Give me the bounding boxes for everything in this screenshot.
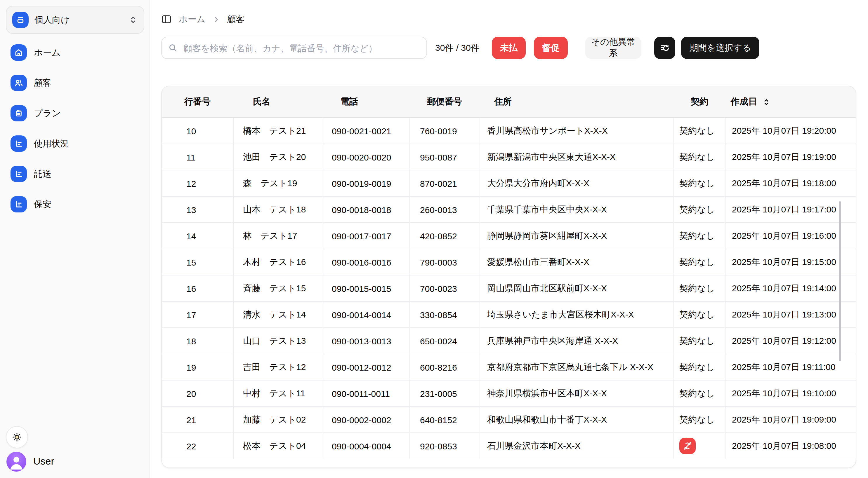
cell-row-no: 17 [162,302,233,328]
cell-created: 2025年 10月07日 19:12:00 [725,328,856,354]
bar-chart-icon [10,196,27,212]
sidebar-item-customers[interactable]: 顧客 [6,70,144,96]
cell-postal: 920-0853 [409,433,479,459]
cell-contract: 契約なし [674,302,725,328]
cell-name: 池田 テスト20 [233,144,323,170]
sidebar-item-label: 顧客 [34,77,52,89]
table-row[interactable]: 16斉藤 テスト15090-0015-0015700-0023岡山県岡山市北区駅… [162,275,856,302]
search-input[interactable] [182,42,420,54]
other-anomaly-filter-button[interactable]: その他異常系 [585,37,641,59]
cell-name: 山本 テスト18 [233,197,323,223]
cell-phone: 090-0011-0011 [323,380,409,406]
sidebar-item-takuso[interactable]: 託送 [6,161,144,187]
column-header-contract: 契約 [674,96,725,107]
cell-address: 神奈川県横浜市中区本町X-X-X [479,380,674,406]
table-row[interactable]: 12森 テスト19090-0019-0019870-0021大分県大分市府内町X… [162,170,856,197]
cell-contract: 契約なし [674,380,725,406]
breadcrumb-home[interactable]: ホーム [179,14,205,25]
cell-phone: 090-0002-0002 [323,407,409,433]
sidebar-item-label: 託送 [34,168,52,179]
table-row[interactable]: 10橋本 テスト21090-0021-0021760-0019香川県高松市サンポ… [162,118,856,144]
cell-row-no: 12 [162,170,233,196]
org-selector-label: 個人向け [34,14,123,25]
column-header-created[interactable]: 作成日 [725,96,856,107]
chevrons-up-down-icon [128,15,138,25]
cell-created: 2025年 10月07日 19:14:00 [725,275,856,301]
cell-address: 愛媛県松山市三番町X-X-X [479,249,674,275]
cell-postal: 790-0003 [409,249,479,275]
cell-phone: 090-0016-0016 [323,249,409,275]
table-row[interactable]: 19吉田 テスト12090-0012-0012600-8216京都府京都市下京区… [162,354,856,380]
sidebar-item-label: 使用状況 [34,138,69,149]
table-scrollbar[interactable] [839,201,841,361]
cell-contract: 契約なし [674,197,725,223]
cell-address: 兵庫県神戸市中央区海岸通 X-X-X [479,328,674,354]
theme-toggle-button[interactable] [6,426,28,448]
search-box [161,37,427,59]
breadcrumb: ホーム 顧客 [161,14,244,25]
column-header-postal: 郵便番号 [409,96,479,107]
cell-postal: 640-8152 [409,407,479,433]
chevrons-up-down-icon [762,98,771,106]
cell-postal: 260-0013 [409,197,479,223]
sidebar-item-usage[interactable]: 使用状況 [6,131,144,157]
cell-phone: 090-0017-0017 [323,223,409,249]
cell-row-no: 21 [162,407,233,433]
cell-postal: 600-8216 [409,354,479,380]
table-row[interactable]: 17清水 テスト14090-0014-0014330-0854埼玉県さいたま市大… [162,302,856,328]
cell-postal: 870-0021 [409,170,479,196]
cell-created: 2025年 10月07日 19:16:00 [725,223,856,249]
app-window: 個人向け ホーム [0,0,868,478]
cell-postal: 330-0854 [409,302,479,328]
cell-row-no: 22 [162,433,233,459]
cell-postal: 700-0023 [409,275,479,301]
main-content: ホーム 顧客 30件 / 30件 未払 督促 その他異常系 [150,0,868,478]
table-row[interactable]: 11池田 テスト20090-0020-0020950-0087新潟県新潟市中央区… [162,144,856,170]
cell-phone: 090-0014-0014 [323,302,409,328]
select-period-button[interactable]: 期間を選択する [681,37,760,59]
table-row[interactable]: 22松本 テスト04090-0004-0004920-0853石川県金沢市本町X… [162,433,856,459]
org-selector[interactable]: 個人向け [6,6,144,34]
cell-phone: 090-0004-0004 [323,433,409,459]
list-restart-button[interactable] [654,37,675,59]
cell-row-no: 16 [162,275,233,301]
cell-contract: 契約なし [674,144,725,170]
unpaid-filter-button[interactable]: 未払 [492,37,526,59]
sidebar-nav: ホーム 顧客 プラン [6,40,144,217]
list-restart-icon [659,43,670,53]
user-menu[interactable]: User [6,452,54,472]
cell-created: 2025年 10月07日 19:15:00 [725,249,856,275]
cell-postal: 950-0087 [409,144,479,170]
sidebar-item-plans[interactable]: プラン [6,100,144,126]
cell-name: 松本 テスト04 [233,433,323,459]
bar-chart-icon [10,135,27,152]
cell-name: 木村 テスト16 [233,249,323,275]
table-row[interactable]: 20中村 テスト11090-0011-0011231-0005神奈川県横浜市中区… [162,380,856,407]
cell-phone: 090-0013-0013 [323,328,409,354]
table-row[interactable]: 18山口 テスト13090-0013-0013650-0024兵庫県神戸市中央区… [162,328,856,354]
sidebar-item-home[interactable]: ホーム [6,40,144,65]
cell-name: 吉田 テスト12 [233,354,323,380]
dunning-filter-button[interactable]: 督促 [534,37,568,59]
cell-created: 2025年 10月07日 19:08:00 [725,433,856,459]
panel-left-icon[interactable] [161,14,172,25]
cell-created: 2025年 10月07日 19:13:00 [725,302,856,328]
cell-contract: 契約なし [674,170,725,196]
table-row[interactable]: 15木村 テスト16090-0016-0016790-0003愛媛県松山市三番町… [162,249,856,275]
cell-row-no: 15 [162,249,233,275]
cell-row-no: 14 [162,223,233,249]
avatar [6,452,26,472]
cell-phone: 090-0019-0019 [323,170,409,196]
table-row[interactable]: 13山本 テスト18090-0018-0018260-0013千葉県千葉市中央区… [162,197,856,223]
cell-name: 森 テスト19 [233,170,323,196]
table-row[interactable]: 14林 テスト17090-0017-0017420-0852静岡県静岡市葵区紺屋… [162,223,856,249]
cell-row-no: 18 [162,328,233,354]
cell-row-no: 20 [162,380,233,406]
plan-clipboard-icon [10,105,27,122]
cell-address: 新潟県新潟市中央区東大通X-X-X [479,144,674,170]
sidebar-item-hoan[interactable]: 保安 [6,192,144,217]
column-header-address: 住所 [479,96,674,107]
cell-row-no: 13 [162,197,233,223]
table-row[interactable]: 21加藤 テスト02090-0002-0002640-8152和歌山県和歌山市十… [162,407,856,433]
cell-name: 加藤 テスト02 [233,407,323,433]
